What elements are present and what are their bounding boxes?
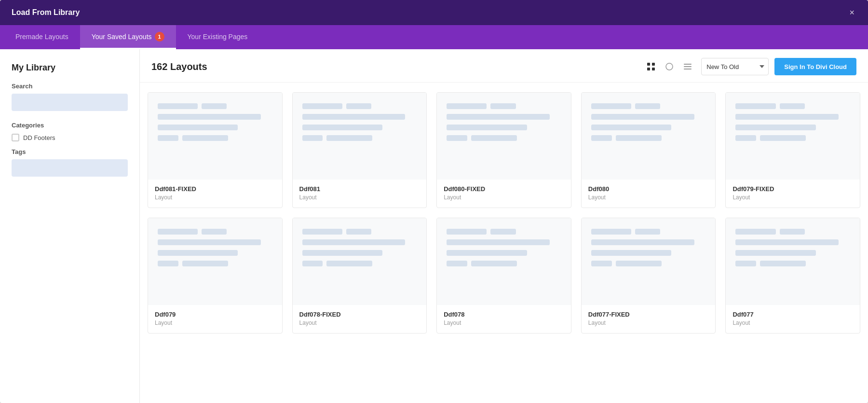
preview-line: [182, 261, 228, 266]
preview-line: [591, 229, 631, 235]
layout-info-6: Ddf079 Layout: [148, 305, 282, 333]
preview-row: [447, 261, 561, 266]
preview-row: [302, 103, 417, 109]
preview-line: [635, 229, 660, 235]
layout-info-3: Ddf080-FIXED Layout: [437, 180, 571, 208]
preview-line: [735, 261, 756, 266]
preview-line: [735, 103, 775, 109]
layout-preview-4: [582, 93, 716, 180]
preview-line: [591, 103, 631, 109]
preview-row: [591, 261, 706, 266]
layout-card-5[interactable]: Ddf079-FIXED Layout: [725, 92, 860, 208]
layout-preview-5: [726, 93, 860, 180]
preview-row: [591, 103, 706, 109]
layout-preview-7: [293, 218, 427, 305]
layout-info-7: Ddf078-FIXED Layout: [293, 305, 427, 333]
layout-type-1: Layout: [155, 194, 275, 201]
preview-line: [302, 261, 323, 266]
tags-input[interactable]: [12, 159, 128, 177]
list-view-button[interactable]: [680, 59, 695, 74]
svg-rect-6: [684, 66, 692, 67]
tab-bar: Premade Layouts Your Saved Layouts 1 You…: [0, 25, 868, 49]
categories-label: Categories: [12, 122, 128, 129]
title-bar: Load From Library ×: [0, 0, 868, 25]
preview-row: [447, 135, 561, 141]
layout-type-3: Layout: [444, 194, 564, 201]
toolbar-right: New To Old Old To New A To Z Z To A Sign…: [643, 58, 856, 75]
layouts-grid: Ddf081-FIXED Layout: [140, 83, 868, 403]
preview-line: [735, 114, 839, 120]
modal-title: Load From Library: [12, 8, 80, 17]
layout-card-2[interactable]: Ddf081 Layout: [292, 92, 427, 208]
layout-name-9: Ddf077-FIXED: [588, 311, 709, 318]
layout-preview-9: [582, 218, 716, 305]
layout-preview-1: [148, 93, 282, 180]
tab-existing[interactable]: Your Existing Pages: [176, 25, 259, 49]
category-label-dd-footers: DD Footers: [23, 134, 55, 141]
layout-type-8: Layout: [444, 320, 564, 326]
svg-rect-1: [652, 63, 655, 66]
preview-line: [326, 261, 372, 266]
preview-line: [447, 114, 550, 120]
preview-row: [302, 261, 417, 266]
preview-row: [735, 229, 850, 235]
grid-view-button[interactable]: [643, 59, 659, 74]
search-input[interactable]: [12, 94, 128, 111]
layout-name-1: Ddf081-FIXED: [155, 185, 275, 193]
layout-card-10[interactable]: Ddf077 Layout: [725, 218, 860, 334]
preview-line: [447, 103, 487, 109]
preview-line: [302, 125, 382, 130]
layout-card-7[interactable]: Ddf078-FIXED Layout: [292, 218, 427, 334]
close-button[interactable]: ×: [847, 6, 856, 19]
layout-info-1: Ddf081-FIXED Layout: [148, 180, 282, 208]
category-checkbox-dd-footers[interactable]: [12, 134, 19, 141]
preview-row: [158, 103, 272, 109]
tab-saved[interactable]: Your Saved Layouts 1: [80, 25, 176, 49]
preview-line: [616, 261, 662, 266]
preview-line: [302, 250, 382, 256]
tab-premade[interactable]: Premade Layouts: [4, 25, 80, 49]
preview-line: [780, 229, 805, 235]
preview-line: [591, 135, 612, 141]
preview-line: [490, 103, 515, 109]
layout-card-9[interactable]: Ddf077-FIXED Layout: [581, 218, 716, 334]
layout-card-6[interactable]: Ddf079 Layout: [148, 218, 283, 334]
layout-info-8: Ddf078 Layout: [437, 305, 571, 333]
preview-line: [346, 103, 371, 109]
preview-line: [471, 261, 517, 266]
preview-line: [490, 229, 515, 235]
layout-card-3[interactable]: Ddf080-FIXED Layout: [436, 92, 571, 208]
layout-card-1[interactable]: Ddf081-FIXED Layout: [148, 92, 283, 208]
preview-line: [302, 103, 342, 109]
layout-type-2: Layout: [299, 194, 420, 201]
preview-line: [447, 229, 487, 235]
preview-line: [447, 239, 550, 245]
sort-select[interactable]: New To Old Old To New A To Z Z To A: [701, 58, 769, 75]
preview-line: [302, 114, 406, 120]
layouts-count: 162 Layouts: [151, 61, 207, 72]
filter-view-button[interactable]: [662, 59, 677, 74]
main-content: My Library Search Categories DD Footers …: [0, 49, 868, 403]
layout-info-10: Ddf077 Layout: [726, 305, 860, 333]
preview-row: [591, 229, 706, 235]
sidebar-title: My Library: [12, 63, 128, 73]
layout-preview-6: [148, 218, 282, 305]
layout-info-9: Ddf077-FIXED Layout: [582, 305, 716, 333]
layout-name-8: Ddf078: [444, 311, 564, 318]
layout-card-4[interactable]: Ddf080 Layout: [581, 92, 716, 208]
layout-type-10: Layout: [732, 320, 853, 326]
preview-line: [591, 125, 671, 130]
preview-row: [447, 103, 561, 109]
layout-card-8[interactable]: Ddf078 Layout: [436, 218, 571, 334]
preview-line: [780, 103, 805, 109]
preview-line: [158, 261, 178, 266]
preview-row: [302, 229, 417, 235]
preview-line: [591, 239, 694, 245]
sign-in-button[interactable]: Sign In To Divi Cloud: [774, 58, 856, 75]
view-toggle: [643, 59, 695, 74]
search-label: Search: [12, 83, 128, 90]
svg-rect-7: [684, 69, 692, 69]
layout-info-4: Ddf080 Layout: [582, 180, 716, 208]
preview-line: [302, 229, 342, 235]
layout-type-5: Layout: [732, 194, 853, 201]
